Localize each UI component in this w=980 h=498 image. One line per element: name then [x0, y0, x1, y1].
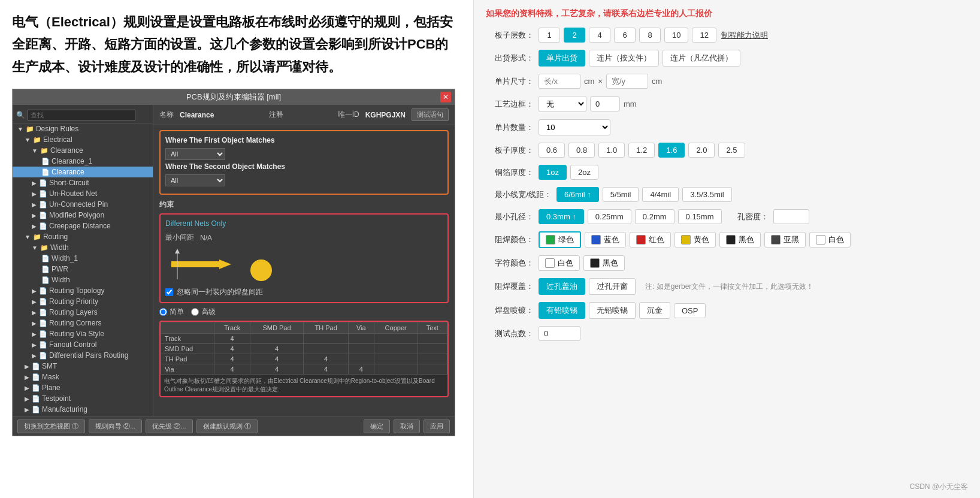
delivery-btns-option[interactable]: 连片（按文件）	[589, 50, 659, 67]
tree-item[interactable]: ▶📄High Speed	[13, 415, 153, 416]
tree-item[interactable]: 📄PWR	[13, 264, 153, 274]
tree-item[interactable]: ▶📄Mask	[13, 372, 153, 382]
thickness-btns-option[interactable]: 1.6	[658, 143, 685, 158]
tree-item[interactable]: ▶📄Routing Corners	[13, 318, 153, 328]
minhole-btns-option[interactable]: 0.15mm	[678, 209, 722, 224]
tree-item[interactable]: ▶📄Short-Circuit	[13, 177, 153, 188]
tree-item[interactable]: ▶📄Modified Polygon	[13, 210, 153, 221]
via-cover-btns-option[interactable]: 过孔盖油	[539, 278, 585, 295]
copper-btns-option[interactable]: 1oz	[539, 165, 567, 180]
tree-item[interactable]: 📄Width	[13, 274, 153, 285]
layers-btns-option[interactable]: 1	[539, 28, 560, 43]
ok-btn[interactable]: 确定	[364, 419, 390, 433]
dialog-bottombar: 切换到文档视图 ① 规则向导 ②... 优先级 ②... 创建默认规则 ① 确定…	[13, 416, 455, 436]
tree-item[interactable]: ▼📁Electrical	[13, 134, 153, 145]
size-width-input[interactable]	[539, 74, 580, 89]
tree-item[interactable]: ▶📄Fanout Control	[13, 339, 153, 350]
minline-btns-option[interactable]: 5/5mil	[603, 187, 639, 202]
tree-item[interactable]: ▶📄Testpoint	[13, 393, 153, 404]
tree-item[interactable]: ▶📄Plane	[13, 382, 153, 393]
thickness-btns-option[interactable]: 2.5	[718, 143, 745, 158]
tree-item[interactable]: ▶📄SMT	[13, 361, 153, 372]
surface-btns-option[interactable]: OSP	[674, 303, 706, 318]
tree-item[interactable]: ▶📄Un-Connected Pin	[13, 199, 153, 210]
advanced-radio[interactable]	[191, 308, 199, 316]
tree-item[interactable]: ▶📄Routing Priority	[13, 296, 153, 307]
soldermask-swatch[interactable]: 亚黑	[764, 232, 806, 248]
via-cover-btns-option[interactable]: 过孔开窗	[589, 278, 636, 295]
ignore-checkbox[interactable]	[165, 288, 173, 296]
minhole-btns-option[interactable]: 0.25mm	[588, 209, 631, 224]
switch-doc-view-btn[interactable]: 切换到文档视图 ①	[17, 419, 85, 433]
soldermask-swatch[interactable]: 黑色	[719, 232, 761, 248]
tree-item[interactable]: ▶📄Routing Topology	[13, 285, 153, 296]
soldermask-swatch[interactable]: 红色	[630, 232, 671, 248]
silkscreen-swatch[interactable]: 白色	[539, 255, 580, 271]
tree-item[interactable]: ▶📄Creepage Distance	[13, 221, 153, 231]
process-select[interactable]: 无	[539, 96, 586, 112]
soldermask-swatch[interactable]: 白色	[809, 232, 851, 248]
cancel-btn[interactable]: 取消	[394, 419, 420, 433]
thickness-btns-option[interactable]: 1.0	[598, 143, 625, 158]
thickness-btns-option[interactable]: 0.6	[539, 143, 565, 158]
tree-item[interactable]: ▶📄Routing Via Style	[13, 328, 153, 339]
layers-btns-option[interactable]: 8	[639, 28, 661, 43]
tree-item[interactable]: ▶📄Manufacturing	[13, 404, 153, 415]
create-default-btn[interactable]: 创建默认规则 ①	[196, 419, 258, 433]
size-height-input[interactable]	[606, 74, 648, 89]
qty-select[interactable]: 10	[539, 119, 610, 135]
apply-btn[interactable]: 应用	[424, 419, 450, 433]
minline-btns-option[interactable]: 4/4mil	[642, 187, 679, 202]
soldermask-swatch[interactable]: 黄色	[674, 232, 716, 248]
tree-item[interactable]: ▶📄Differential Pairs Routing	[13, 350, 153, 361]
minhole-btns-option[interactable]: 0.2mm	[635, 209, 674, 224]
surface-btns-option[interactable]: 有铅喷锡	[539, 302, 585, 319]
layers-btns-option[interactable]: 4	[589, 28, 610, 43]
minline-btns-option[interactable]: 3.5/3.5mil	[682, 187, 731, 202]
thickness-btns-option[interactable]: 2.0	[688, 143, 715, 158]
priority-btn[interactable]: 优先级 ②...	[146, 419, 192, 433]
table-row: TH Pad444	[161, 354, 447, 364]
minline-btns-option[interactable]: 6/6mil ↑	[556, 187, 599, 202]
delivery-btns-option[interactable]: 单片出货	[539, 50, 585, 67]
tree-item[interactable]: ▼📁Design Rules	[13, 123, 153, 134]
test-value-input[interactable]	[539, 326, 580, 341]
advanced-radio-label[interactable]: 高级	[191, 307, 216, 317]
layers-btns-option[interactable]: 10	[664, 28, 688, 43]
minhole-btns-option[interactable]: 0.3mm ↑	[539, 209, 584, 224]
layers-btns-option[interactable]: 12	[692, 28, 716, 43]
layers-btns-option[interactable]: 6	[614, 28, 636, 43]
dialog-close-button[interactable]: ✕	[440, 92, 451, 102]
surface-btns-option[interactable]: 无铅喷锡	[589, 302, 636, 319]
tree-item[interactable]: 📄Clearance_1	[13, 156, 153, 167]
tree-item[interactable]: ▼📁Routing	[13, 231, 153, 242]
silkscreen-swatch[interactable]: 黑色	[583, 255, 625, 271]
tree-item[interactable]: ▼📁Clearance	[13, 145, 153, 156]
tree-item[interactable]: ▼📁Width	[13, 242, 153, 253]
where-first-select[interactable]: All	[165, 148, 225, 160]
simple-radio[interactable]	[159, 308, 167, 316]
soldermask-swatch[interactable]: 蓝色	[585, 232, 626, 248]
where-second-select[interactable]: All	[165, 174, 225, 186]
rule-wizard-btn[interactable]: 规则向导 ②...	[89, 419, 142, 433]
hole-density-input[interactable]	[773, 209, 809, 224]
thickness-label: 板子厚度：	[486, 145, 534, 156]
surface-btns-option[interactable]: 沉金	[639, 302, 670, 319]
copper-btns-option[interactable]: 2oz	[570, 165, 598, 180]
simple-radio-label[interactable]: 简单	[159, 307, 184, 317]
clearance-diagram-svg	[165, 246, 297, 282]
tree-item[interactable]: 📄Clearance	[13, 167, 153, 177]
surface-row: 焊盘喷镀： 有铅喷锡无铅喷锡沉金OSP	[486, 302, 968, 319]
delivery-btns-option[interactable]: 连片（凡亿代拼）	[663, 50, 740, 67]
search-input[interactable]	[28, 110, 135, 120]
process-value-input[interactable]	[590, 96, 620, 111]
test-btn[interactable]: 测试语句	[412, 108, 449, 121]
manufacture-link[interactable]: 制程能力说明	[721, 30, 768, 41]
thickness-btns-option[interactable]: 0.8	[568, 143, 595, 158]
layers-btns-option[interactable]: 2	[564, 28, 585, 43]
tree-item[interactable]: ▶📄Routing Layers	[13, 307, 153, 318]
soldermask-swatch[interactable]: 绿色	[539, 231, 581, 248]
thickness-btns-option[interactable]: 1.2	[628, 143, 655, 158]
tree-item[interactable]: 📄Width_1	[13, 253, 153, 264]
tree-item[interactable]: ▶📄Un-Routed Net	[13, 188, 153, 199]
